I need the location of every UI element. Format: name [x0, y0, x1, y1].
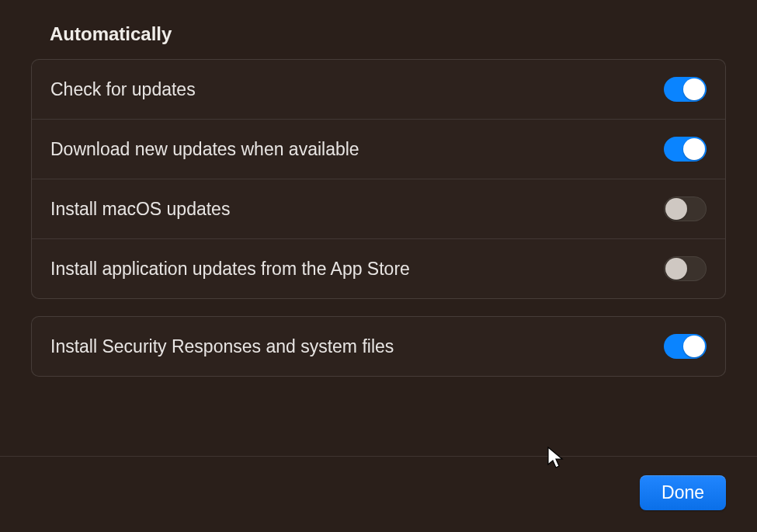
- toggle-knob: [683, 78, 705, 100]
- toggle-install-security-responses[interactable]: [664, 334, 707, 359]
- toggle-knob: [683, 336, 705, 357]
- preferences-window: Automatically Check for updates Download…: [0, 0, 757, 532]
- toggle-knob: [683, 138, 705, 160]
- label-check-for-updates: Check for updates: [50, 79, 196, 100]
- toggle-download-new-updates[interactable]: [664, 137, 707, 162]
- section-title: Automatically: [31, 0, 726, 59]
- dialog-footer: Done: [0, 456, 757, 532]
- settings-group-automatically: Check for updates Download new updates w…: [31, 59, 726, 299]
- row-install-macos-updates: Install macOS updates: [32, 179, 725, 239]
- row-check-for-updates: Check for updates: [32, 60, 725, 120]
- label-install-app-store-updates: Install application updates from the App…: [50, 259, 410, 280]
- label-install-security-responses: Install Security Responses and system fi…: [50, 336, 394, 357]
- row-download-new-updates: Download new updates when available: [32, 120, 725, 179]
- settings-group-security: Install Security Responses and system fi…: [31, 316, 726, 377]
- toggle-check-for-updates[interactable]: [664, 77, 707, 102]
- toggle-knob: [665, 258, 687, 280]
- label-install-macos-updates: Install macOS updates: [50, 199, 230, 220]
- row-install-app-store-updates: Install application updates from the App…: [32, 239, 725, 298]
- toggle-install-macos-updates[interactable]: [664, 196, 707, 221]
- toggle-install-app-store-updates[interactable]: [664, 256, 707, 281]
- label-download-new-updates: Download new updates when available: [50, 139, 359, 160]
- done-button[interactable]: Done: [640, 475, 726, 510]
- row-install-security-responses: Install Security Responses and system fi…: [32, 317, 725, 376]
- toggle-knob: [665, 198, 687, 220]
